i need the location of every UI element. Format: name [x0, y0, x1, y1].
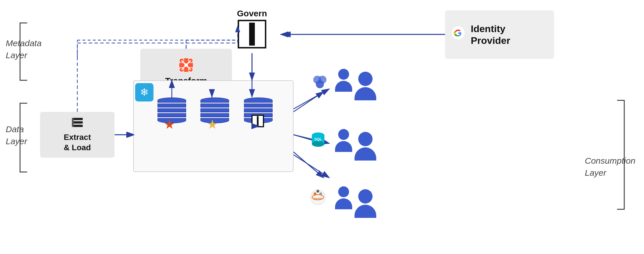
svg-line-16	[294, 155, 329, 178]
identity-provider-text: IdentityProvider	[471, 23, 510, 46]
identity-provider-box: IdentityProvider	[445, 10, 554, 59]
extract-icon	[71, 117, 83, 130]
svg-line-33	[294, 92, 324, 112]
sql-icon: SQL	[311, 132, 326, 150]
svg-rect-17	[249, 23, 255, 46]
svg-rect-30	[72, 118, 74, 127]
user-group-2: SQL	[329, 129, 376, 161]
svg-rect-31	[257, 116, 259, 126]
dbt-icon	[179, 58, 194, 74]
snowflake-icon: ❄	[135, 83, 153, 101]
govern-title: Govern	[235, 9, 269, 18]
extract-label: Extract& Load	[64, 132, 91, 153]
svg-text:jupyter: jupyter	[313, 197, 322, 200]
jupyter-icon: jupyter	[309, 186, 326, 208]
svg-point-26	[184, 63, 188, 67]
svg-text:SQL: SQL	[314, 137, 322, 141]
govern-box: Govern	[235, 9, 269, 48]
user-group-3: jupyter	[329, 186, 376, 218]
diagram-container: Metadata Layer Data Layer Govern Identit…	[0, 0, 644, 254]
user-group-1	[329, 69, 376, 100]
svg-line-14	[294, 89, 329, 109]
svg-point-52	[312, 141, 324, 147]
db-stack-2: ★	[200, 97, 229, 123]
google-icon	[451, 26, 466, 44]
svg-line-35	[294, 152, 324, 178]
svg-point-56	[314, 192, 316, 195]
extract-load-box: Extract& Load	[40, 112, 115, 158]
govern-icon	[238, 20, 266, 48]
circles-icon	[312, 75, 328, 91]
data-layer-label: Data Layer	[6, 123, 27, 147]
metadata-layer-label: Metadata Layer	[6, 37, 42, 61]
svg-point-58	[316, 190, 319, 193]
svg-point-49	[316, 80, 324, 88]
db-stack-3	[244, 97, 273, 123]
consumption-layer-label: Consumption Layer	[585, 155, 635, 179]
svg-point-57	[319, 192, 322, 195]
db-stack-1: ★	[157, 97, 186, 123]
